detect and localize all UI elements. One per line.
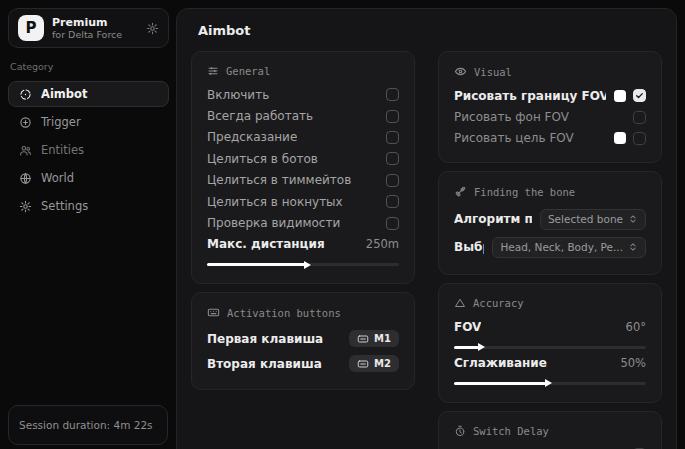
checkbox[interactable] bbox=[386, 131, 399, 144]
sidebar-item-entities[interactable]: Entities bbox=[8, 137, 169, 163]
section-title: Finding the bone bbox=[474, 186, 575, 198]
visual-label: Рисовать фон FOV bbox=[454, 110, 569, 124]
smoothing-slider[interactable] bbox=[454, 382, 646, 385]
visual-card: Visual Рисовать границу FOV Рисовать фон… bbox=[438, 51, 662, 163]
sidebar-item-settings[interactable]: Settings bbox=[8, 193, 169, 219]
color-swatch[interactable] bbox=[614, 132, 626, 144]
visual-row-fov-border: Рисовать границу FOV bbox=[454, 85, 646, 106]
slider-label: Сглаживание bbox=[454, 356, 547, 370]
visual-row-fov-background: Рисовать фон FOV bbox=[454, 106, 646, 127]
checkbox[interactable] bbox=[386, 195, 399, 208]
sidebar-item-label: Entities bbox=[41, 143, 84, 157]
keybind-label: Вторая клавиша bbox=[207, 357, 322, 371]
eye-icon bbox=[454, 65, 467, 78]
sidebar-item-label: Trigger bbox=[41, 115, 81, 129]
toggle-row-enable: Включить bbox=[207, 84, 399, 105]
slider-label: Макс. дистанция bbox=[207, 237, 325, 251]
checkbox[interactable] bbox=[633, 89, 646, 102]
toggle-label: Проверка видимости bbox=[207, 216, 340, 230]
slider-thumb[interactable] bbox=[304, 261, 311, 269]
sidebar: P Premium for Delta Force Category Aimbo… bbox=[8, 8, 169, 449]
checkbox[interactable] bbox=[633, 132, 646, 145]
gear-icon bbox=[19, 200, 32, 213]
section-title: Visual bbox=[474, 66, 512, 78]
left-column: General Включить Всегда работать Предска… bbox=[191, 51, 415, 449]
switch-delay-card: Switch Delay Задержка переключения Задер… bbox=[438, 411, 662, 449]
toggle-row-always-work: Всегда работать bbox=[207, 105, 399, 126]
slider-label-row: Макс. дистанция 250m bbox=[207, 234, 399, 255]
slider-label-row: Сглаживание 50% bbox=[454, 353, 646, 374]
sidebar-item-label: Settings bbox=[41, 199, 88, 213]
max-distance-slider[interactable] bbox=[207, 263, 399, 266]
checkbox[interactable] bbox=[633, 111, 646, 124]
color-swatch[interactable] bbox=[614, 90, 626, 102]
slider-value: 250m bbox=[366, 237, 399, 251]
slider-label-row: FOV 60° bbox=[454, 316, 646, 337]
sidebar-item-trigger[interactable]: Trigger bbox=[8, 109, 169, 135]
app-subtitle: for Delta Force bbox=[52, 29, 138, 41]
section-title: Accuracy bbox=[473, 297, 524, 309]
app-header: P Premium for Delta Force bbox=[8, 8, 169, 48]
settings-gear-icon[interactable] bbox=[146, 22, 159, 35]
keybind-row-second: Вторая клавиша M2 bbox=[207, 351, 399, 376]
activation-card-header: Activation buttons bbox=[207, 306, 399, 319]
triangle-icon bbox=[454, 297, 466, 309]
fov-slider[interactable] bbox=[454, 346, 646, 349]
sidebar-item-aimbot[interactable]: Aimbot bbox=[8, 81, 169, 107]
slider-value: 60° bbox=[626, 320, 646, 334]
bone-card: Finding the bone Алгоритм поиска кости S… bbox=[438, 171, 662, 275]
keybind-label: Первая клавиша bbox=[207, 332, 323, 346]
checkbox[interactable] bbox=[386, 152, 399, 165]
slider-thumb[interactable] bbox=[478, 343, 485, 351]
bone-algorithm-select[interactable]: Selected bone bbox=[540, 209, 646, 230]
accuracy-card: Accuracy FOV 60° Сглаживание 50% bbox=[438, 283, 662, 403]
general-card-header: General bbox=[207, 65, 399, 77]
chevrons-up-down-icon bbox=[628, 242, 638, 252]
toggle-row-aim-knocked: Целиться в нокнутых bbox=[207, 191, 399, 212]
selected-bones-select[interactable]: Head, Neck, Body, Pe... bbox=[492, 237, 646, 258]
toggle-label: Включить bbox=[207, 88, 269, 102]
crosshair-icon bbox=[19, 88, 32, 101]
toggle-row-prediction: Предсказание bbox=[207, 127, 399, 148]
visual-card-header: Visual bbox=[454, 65, 646, 78]
entities-icon bbox=[19, 144, 32, 157]
keybind-value: M2 bbox=[374, 358, 391, 369]
category-label: Category bbox=[10, 61, 167, 72]
main-panel: Aimbot General Включить Всегда работать bbox=[176, 8, 677, 449]
fov-slider-group: FOV 60° bbox=[454, 316, 646, 348]
switch-delay-card-header: Switch Delay bbox=[454, 425, 646, 437]
general-card: General Включить Всегда работать Предска… bbox=[191, 51, 415, 284]
sidebar-item-world[interactable]: World bbox=[8, 165, 169, 191]
right-column: Visual Рисовать границу FOV Рисовать фон… bbox=[438, 51, 662, 449]
slider-value: 50% bbox=[620, 356, 646, 370]
checkbox[interactable] bbox=[386, 217, 399, 230]
keybind-button-m1[interactable]: M1 bbox=[349, 330, 399, 347]
slider-label: FOV bbox=[454, 320, 481, 334]
bone-icon bbox=[454, 185, 467, 198]
dropdown-label: Выбранные кости bbox=[454, 240, 484, 254]
slider-fill bbox=[454, 382, 546, 385]
keybind-value: M1 bbox=[374, 333, 391, 344]
checkbox[interactable] bbox=[386, 110, 399, 123]
dropdown-value: Head, Neck, Body, Pe... bbox=[500, 241, 623, 253]
dropdown-value: Selected bone bbox=[548, 213, 623, 225]
trigger-icon bbox=[19, 116, 32, 129]
accuracy-card-header: Accuracy bbox=[454, 297, 646, 309]
checkbox[interactable] bbox=[386, 174, 399, 187]
app-name: Premium bbox=[52, 16, 138, 29]
keyboard-icon bbox=[357, 358, 369, 370]
sidebar-item-label: World bbox=[41, 171, 74, 185]
page-title: Aimbot bbox=[198, 23, 662, 38]
checkbox[interactable] bbox=[386, 88, 399, 101]
keybind-button-m2[interactable]: M2 bbox=[349, 355, 399, 372]
smoothing-slider-group: Сглаживание 50% bbox=[454, 353, 646, 385]
toggle-label: Целиться в ботов bbox=[207, 152, 318, 166]
chevrons-up-down-icon bbox=[628, 214, 638, 224]
max-distance-group: Макс. дистанция 250m bbox=[207, 234, 399, 266]
visual-label: Рисовать границу FOV bbox=[454, 89, 606, 103]
selected-bones-row: Выбранные кости Head, Neck, Body, Pe... bbox=[454, 233, 646, 261]
app-logo: P bbox=[18, 15, 44, 41]
slider-thumb[interactable] bbox=[545, 379, 552, 387]
toggle-row-visibility-check: Проверка видимости bbox=[207, 212, 399, 233]
bone-card-header: Finding the bone bbox=[454, 185, 646, 198]
